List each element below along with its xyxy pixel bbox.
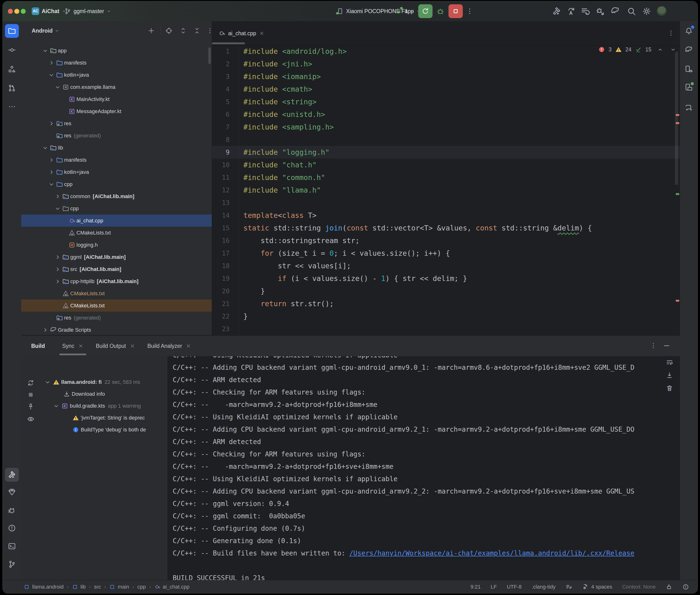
chevron-down-icon[interactable] (53, 402, 60, 409)
tool-project-button[interactable] (5, 24, 19, 38)
status-widget-4-spaces[interactable]: 4 spaces (582, 584, 612, 590)
search-everywhere-button[interactable] (627, 6, 636, 16)
status-widget-lock-open[interactable] (666, 584, 672, 590)
code-line-22[interactable]: 22} (212, 310, 680, 322)
code-line-11[interactable]: 11#include "common.h" (212, 171, 680, 184)
tool-problems-button[interactable] (5, 521, 19, 535)
status-widget-inspect-pen[interactable] (565, 584, 572, 590)
status-widget--clang-tidy[interactable]: .clang-tidy (532, 584, 555, 590)
select-opened-file-icon[interactable] (165, 27, 173, 34)
code-line-6[interactable]: 6#include <unistd.h> (212, 108, 680, 121)
chevron-down-icon[interactable] (44, 378, 51, 386)
debug-button[interactable] (436, 6, 445, 16)
user-avatar[interactable] (656, 6, 667, 17)
close-tab-icon[interactable] (259, 31, 264, 36)
tool-build-button[interactable] (5, 468, 19, 482)
tool-structure-button[interactable] (5, 62, 19, 76)
tree-item-messageadapter-kt[interactable]: MessageAdapter.kt (21, 105, 212, 117)
tree-item-res[interactable]: res(generated) (21, 312, 212, 324)
error-stripe-mark[interactable] (676, 300, 679, 302)
close-tab-icon[interactable] (186, 343, 191, 348)
breadcrumb-item-ai-chat-cpp[interactable]: ai_chat.cpp (154, 584, 190, 590)
build-options-icon[interactable] (649, 342, 657, 349)
tree-item-com-example-llama[interactable]: com.example.llama (21, 81, 212, 93)
hide-build-panel-icon[interactable] (663, 342, 670, 349)
project-widget[interactable]: AC AiChat (32, 1, 66, 21)
tool-commit-button[interactable] (5, 43, 19, 57)
stop-button[interactable] (448, 4, 463, 18)
collapse-all-icon[interactable] (193, 27, 201, 34)
chevron-right-icon[interactable] (48, 157, 55, 164)
chevron-right-icon[interactable] (54, 266, 61, 273)
tool-gemini-button[interactable] (682, 101, 696, 115)
chevron-right-icon[interactable] (48, 120, 55, 127)
tree-item-mainactivity-kt[interactable]: MainActivity.kt (21, 93, 212, 105)
code-line-20[interactable]: 20 } (212, 285, 680, 298)
code-line-2[interactable]: 2#include <jni.h> (212, 58, 680, 70)
build-tree-item[interactable]: 'jvmTarget: String' is deprec (21, 412, 167, 424)
tree-item-gradle-scripts[interactable]: Gradle Scripts (21, 324, 212, 335)
code-line-9[interactable]: 9#include "logging.h" (212, 146, 680, 159)
vcs-branch-widget[interactable]: ggml-master (64, 1, 111, 21)
code-line-4[interactable]: 4#include <cmath> (212, 83, 680, 95)
code-line-23[interactable]: 23 (212, 322, 680, 335)
status-widget-context-none[interactable]: Context: None (622, 584, 656, 590)
chevron-right-icon[interactable] (48, 169, 55, 176)
editor-scrollbar[interactable] (675, 52, 678, 185)
status-widget-err-outline[interactable] (682, 584, 689, 590)
run-tasks-button[interactable] (581, 6, 590, 16)
close-tab-icon[interactable] (130, 343, 135, 348)
code-line-19[interactable]: 19 if (i < values.size() - 1) { str << d… (212, 272, 680, 285)
sync-translate-button[interactable] (566, 6, 576, 16)
code-line-8[interactable]: 8 (212, 133, 680, 146)
code-line-1[interactable]: 1#include <android/log.h> (212, 45, 680, 58)
build-tree-item[interactable]: build.gradle.ktsapp 1 warning (21, 400, 167, 412)
build-console[interactable]: C/C++: -- Using KleidiAI optimized kerne… (167, 356, 659, 580)
breadcrumb-item-src[interactable]: src (94, 584, 101, 590)
panel-options-icon[interactable] (206, 27, 212, 34)
tree-item-cpp-httplib[interactable]: cpp-httplib[AiChat.lib.main] (21, 275, 212, 287)
chevron-down-icon[interactable] (48, 181, 55, 188)
build-tree-item[interactable]: llama.android: fi22 sec, 583 ms (21, 376, 167, 388)
tool-version-control-button[interactable] (5, 557, 19, 571)
tree-item-res[interactable]: res(generated) (21, 130, 212, 142)
expand-all-icon[interactable] (179, 27, 187, 34)
chevron-down-icon[interactable] (42, 144, 49, 151)
tool-more-button[interactable] (5, 100, 19, 114)
code-editor[interactable]: 1#include <android/log.h>2#include <jni.… (212, 45, 680, 335)
project-view-selector[interactable]: Android (32, 21, 59, 40)
breadcrumb-item-llama-android[interactable]: llama.android (24, 584, 64, 590)
chevron-down-icon[interactable] (42, 47, 49, 54)
tree-item-ggml[interactable]: ggml[AiChat.lib.main] (21, 251, 212, 263)
build-tab-sync[interactable]: Sync (57, 336, 89, 356)
tree-item-manifests[interactable]: manifests (21, 154, 212, 166)
status-widget-9-21[interactable]: 9:21 (470, 584, 481, 590)
clear-console-icon[interactable] (666, 384, 673, 392)
build-project-button[interactable] (552, 6, 561, 16)
tab-options-icon[interactable] (667, 29, 675, 37)
chevron-down-icon[interactable] (54, 84, 61, 91)
chevron-down-icon[interactable] (48, 72, 55, 79)
close-tab-icon[interactable] (78, 343, 83, 348)
tree-item-cpp[interactable]: cpp (21, 202, 212, 215)
code-line-17[interactable]: 17 for (size_t i = 0; i < values.size();… (212, 247, 680, 259)
tool-notifications-button[interactable] (682, 24, 696, 38)
tree-item-cmakelists-txt[interactable]: CMakeLists.txt (21, 227, 212, 239)
error-stripe-mark[interactable] (676, 122, 679, 124)
code-line-18[interactable]: 18 str << values[i]; (212, 259, 680, 272)
chevron-right-icon[interactable] (48, 59, 55, 66)
chevron-right-icon[interactable] (54, 278, 61, 285)
code-line-15[interactable]: 15static std::string join(const std::vec… (212, 222, 680, 234)
console-file-link[interactable]: /Users/hanyin/Workspace/ai-chat/examples… (349, 549, 635, 557)
tree-item-cmakelists-txt[interactable]: CMakeLists.txt (21, 300, 212, 312)
ok-stripe-mark[interactable] (676, 193, 679, 195)
code-line-7[interactable]: 7#include <sampling.h> (212, 121, 680, 133)
tab-ai-chat-cpp[interactable]: ai_chat.cpp (215, 21, 268, 46)
code-line-13[interactable]: 13 (212, 196, 680, 209)
close-window-button[interactable] (8, 9, 13, 14)
tree-item-manifests[interactable]: manifests (21, 57, 212, 69)
code-line-10[interactable]: 10#include "chat.h" (212, 159, 680, 171)
scroll-to-end-icon[interactable] (666, 371, 673, 379)
tree-item-cmakelists-txt[interactable]: CMakeLists.txt (21, 287, 212, 300)
breadcrumb-item-cpp[interactable]: cpp (137, 584, 146, 590)
